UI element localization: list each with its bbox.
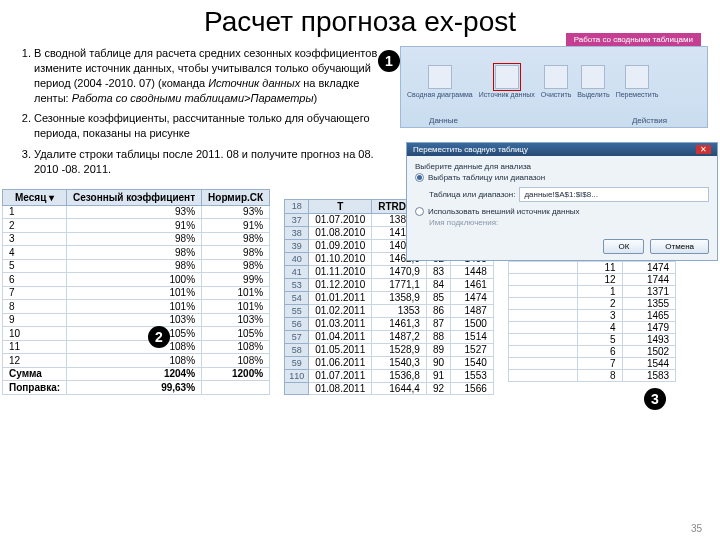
table-row: 61502 <box>508 345 675 357</box>
dialog-opt3: Имя подключения: <box>429 218 709 227</box>
table-row: 7101%101% <box>3 286 270 300</box>
ok-button[interactable]: ОК <box>603 239 644 254</box>
table-row: 01.08.20111644,4921566 <box>285 382 494 394</box>
table-row: 5401.01.20111358,9851474 <box>285 291 494 304</box>
table-row: 121744 <box>508 273 675 285</box>
table-row: 5901.06.20111540,3901540 <box>285 356 494 369</box>
t1-h0[interactable]: Месяц ▾ <box>3 189 67 205</box>
table-row: 51493 <box>508 333 675 345</box>
table-row: 598%98% <box>3 259 270 273</box>
cancel-button[interactable]: Отмена <box>650 239 709 254</box>
table-row: 81583 <box>508 369 675 381</box>
ribbon-btn-clear[interactable]: Очистить <box>541 65 571 98</box>
table-row: 41479 <box>508 321 675 333</box>
table-row: 31465 <box>508 309 675 321</box>
table-seasonal: Месяц ▾ Сезонный коэффициент Нормир.СК 1… <box>2 189 270 395</box>
dialog-prompt: Выберите данные для анализа <box>415 162 709 171</box>
table-row: 4101.11.20101470,9831448 <box>285 265 494 278</box>
table-row: 5601.03.20111461,3871500 <box>285 317 494 330</box>
page-number: 35 <box>691 523 702 534</box>
table-row: 9103%103% <box>3 313 270 327</box>
table-row: 21355 <box>508 297 675 309</box>
ribbon-btn-data-source[interactable]: Источник данных <box>479 65 535 98</box>
t1-h2: Нормир.СК <box>202 189 270 205</box>
close-icon[interactable]: ✕ <box>696 145 711 154</box>
dialog-range-input[interactable]: данные!$A$1:$I$8... <box>519 187 709 202</box>
table-row: 5501.02.20111353861487 <box>285 304 494 317</box>
table-row: 12108%108% <box>3 354 270 368</box>
ribbon-area: Работа со сводными таблицами Сводная диа… <box>400 46 708 183</box>
table-row: 5801.05.20111528,9891527 <box>285 343 494 356</box>
instruction-1: В сводной таблице для расчета средних се… <box>34 46 392 105</box>
t2-h0: T <box>309 199 372 213</box>
table-row: 11108%108% <box>3 340 270 354</box>
table-row: 71544 <box>508 357 675 369</box>
callout-3: 3 <box>644 388 666 410</box>
ribbon-group-actions: Действия <box>632 116 667 125</box>
ribbon: Работа со сводными таблицами Сводная диа… <box>400 46 708 128</box>
top-row: В сводной таблице для расчета средних се… <box>0 46 720 183</box>
table-row: 398%98% <box>3 232 270 246</box>
dialog-opt2[interactable]: Использовать внешний источник данных <box>415 207 709 216</box>
ribbon-btn-chart[interactable]: Сводная диаграмма <box>407 65 473 98</box>
instruction-2: Сезонные коэффициенты, рассчитанные толь… <box>34 111 392 141</box>
table-row: 10105%105% <box>3 327 270 341</box>
table-row: 8101%101% <box>3 300 270 314</box>
pivot-context-tab[interactable]: Работа со сводными таблицами <box>566 33 701 46</box>
ribbon-btn-move[interactable]: Переместить <box>616 65 659 98</box>
table-row: 11371 <box>508 285 675 297</box>
table-row: 498%98% <box>3 246 270 260</box>
dialog: Переместить сводную таблицу ✕ Выберите д… <box>406 142 718 261</box>
t2-rownum-head: 18 <box>285 199 309 213</box>
table-row: 193%93% <box>3 205 270 219</box>
dialog-range-row: Таблица или диапазон: данные!$A$1:$I$8..… <box>415 184 709 205</box>
dialog-opt1[interactable]: Выбрать таблицу или диапазон <box>415 173 709 182</box>
table-row: 5701.04.20111487,2881514 <box>285 330 494 343</box>
ribbon-btn-select[interactable]: Выделить <box>577 65 609 98</box>
instruction-3: Удалите строки таблицы после 2011. 08 и … <box>34 147 392 177</box>
table-row: 6100%99% <box>3 273 270 287</box>
t1-body: 193%93%291%91%398%98%498%98%598%98%6100%… <box>3 205 270 367</box>
ribbon-group-data: Данные <box>429 116 458 125</box>
callout-1: 1 <box>378 50 400 72</box>
t1-h1: Сезонный коэффициент <box>67 189 202 205</box>
callout-2: 2 <box>148 326 170 348</box>
instructions: В сводной таблице для расчета средних се… <box>12 46 392 183</box>
table-row: 291%91% <box>3 219 270 233</box>
dialog-titlebar: Переместить сводную таблицу ✕ <box>407 143 717 156</box>
dialog-title-text: Переместить сводную таблицу <box>413 145 528 154</box>
table-row: 111474 <box>508 261 675 273</box>
table-row: 11001.07.20111536,8911553 <box>285 369 494 382</box>
table-row: 5301.12.20101771,1841461 <box>285 278 494 291</box>
